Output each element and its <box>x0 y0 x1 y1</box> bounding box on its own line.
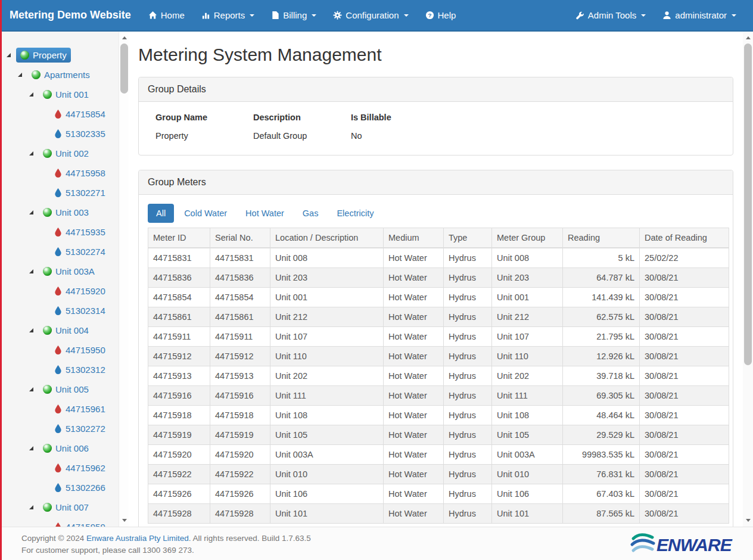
table-row[interactable]: 4471592244715922Unit 010Hot WaterHydrusU… <box>148 465 729 484</box>
tab-hot-water[interactable]: Hot Water <box>237 204 293 223</box>
sidebar-scroll-up-icon[interactable] <box>119 33 129 43</box>
tree-node-unit-001[interactable]: Unit 001 <box>39 87 93 102</box>
table-cell: Hot Water <box>384 248 444 268</box>
tab-all[interactable]: All <box>148 204 174 223</box>
table-cell: 67.403 kL <box>563 484 640 504</box>
tree-node-44715950[interactable]: 44715950 <box>50 343 110 357</box>
tree-toggle-icon[interactable] <box>29 328 33 332</box>
enware-link[interactable]: Enware Australia Pty Limited <box>86 534 189 543</box>
group-icon <box>43 149 52 158</box>
table-cell: Unit 001 <box>492 288 563 307</box>
table-row[interactable]: 4471591844715918Unit 108Hot WaterHydrusU… <box>148 406 729 425</box>
tree-node-apartments[interactable]: Apartments <box>27 67 94 82</box>
tree-node-51302272[interactable]: 51302272 <box>50 421 110 436</box>
tree-node-51302266[interactable]: 51302266 <box>50 480 110 495</box>
nav-item-admin-tools[interactable]: Admin Tools <box>567 0 654 30</box>
tree-row: 44715962 <box>2 458 129 478</box>
tree-row: 51302312 <box>2 360 129 379</box>
tree-node-51302312[interactable]: 51302312 <box>50 362 110 377</box>
tree-node-51302314[interactable]: 51302314 <box>50 303 110 318</box>
tab-cold-water[interactable]: Cold Water <box>176 204 235 223</box>
main-scroll-up-icon[interactable] <box>743 33 753 43</box>
hot-water-icon <box>54 405 62 413</box>
nav-item-billing[interactable]: Billing <box>263 0 325 30</box>
column-header-reading: Reading <box>563 228 640 248</box>
tree-toggle-icon[interactable] <box>29 269 33 273</box>
table-cell: 39.718 kL <box>563 366 640 386</box>
main-scrollbar[interactable] <box>743 32 753 527</box>
table-cell: 44715913 <box>210 366 270 386</box>
column-header-date-of-reading: Date of Reading <box>640 228 729 248</box>
medium-filter-tabs: AllCold WaterHot WaterGasElectricity <box>148 204 724 223</box>
cold-water-icon <box>54 188 62 197</box>
tree-toggle-icon[interactable] <box>29 151 33 155</box>
table-row[interactable]: 4471592044715920Unit 003AHot WaterHydrus… <box>148 445 729 465</box>
tree-toggle-icon[interactable] <box>29 92 33 97</box>
tree-node-property[interactable]: Property <box>16 48 71 63</box>
tree-node-51302274[interactable]: 51302274 <box>50 244 110 259</box>
hot-water-icon <box>54 346 62 354</box>
table-cell: Unit 001 <box>270 288 384 307</box>
table-row[interactable]: 4471592844715928Unit 101Hot WaterHydrusU… <box>148 504 729 524</box>
tree-toggle-icon[interactable] <box>29 505 33 509</box>
tree-node-unit-004[interactable]: Unit 004 <box>39 323 93 338</box>
table-cell: Unit 106 <box>492 484 563 504</box>
tree-toggle-icon[interactable] <box>29 387 33 391</box>
nav-item-reports[interactable]: Reports <box>193 0 263 30</box>
tree-node-unit-006[interactable]: Unit 006 <box>39 441 93 456</box>
sidebar-scroll-thumb[interactable] <box>120 43 128 94</box>
tree-node-unit-002[interactable]: Unit 002 <box>39 146 93 161</box>
enware-logo-text: ENWARE <box>656 535 733 555</box>
table-cell: 69.305 kL <box>563 386 640 406</box>
table-cell: Unit 008 <box>270 248 384 268</box>
main-scroll-thumb[interactable] <box>744 43 752 365</box>
copyright-suffix: . All rights reserved. Build 1.7.63.5 <box>189 534 311 543</box>
table-row[interactable]: 4471591244715912Unit 110Hot WaterHydrusU… <box>148 347 729 366</box>
tree-node-44715959[interactable]: 44715959 <box>50 519 110 527</box>
tab-gas[interactable]: Gas <box>294 204 327 223</box>
tree-toggle-icon[interactable] <box>29 210 33 214</box>
table-row[interactable]: 4471586144715861Unit 212Hot WaterHydrusU… <box>148 307 729 327</box>
tree-node-44715854[interactable]: 44715854 <box>50 107 110 122</box>
table-row[interactable]: 4471591944715919Unit 105Hot WaterHydrusU… <box>148 425 729 445</box>
column-header-meter-id: Meter ID <box>148 228 210 248</box>
tree-node-unit-003a[interactable]: Unit 003A <box>39 264 99 279</box>
table-cell: Hydrus <box>444 465 492 484</box>
table-row[interactable]: 4471583644715836Unit 203Hot WaterHydrusU… <box>148 268 729 288</box>
hot-water-icon <box>54 522 62 527</box>
main-scroll-down-icon[interactable] <box>743 515 753 525</box>
tree-toggle-icon[interactable] <box>29 446 33 450</box>
table-row[interactable]: 4471591644715916Unit 111Hot WaterHydrusU… <box>148 386 729 406</box>
tree-node-44715920[interactable]: 44715920 <box>50 284 110 298</box>
home-icon <box>148 11 157 20</box>
table-row[interactable]: 4471583144715831Unit 008Hot WaterHydrusU… <box>148 248 729 268</box>
tree-node-unit-007[interactable]: Unit 007 <box>39 500 93 515</box>
tree-toggle-icon[interactable] <box>18 73 22 77</box>
tree-toggle-icon[interactable] <box>7 53 11 57</box>
tree-node-51302271[interactable]: 51302271 <box>50 185 110 200</box>
tree-node-label: Unit 002 <box>55 148 89 158</box>
table-row[interactable]: 4471591144715911Unit 107Hot WaterHydrusU… <box>148 327 729 347</box>
sidebar-scroll-down-icon[interactable] <box>119 515 129 525</box>
cold-water-icon <box>54 365 62 374</box>
nav-item-administrator[interactable]: administrator <box>654 0 745 30</box>
table-row[interactable]: 4471592644715926Unit 106Hot WaterHydrusU… <box>148 484 729 504</box>
nav-item-configuration[interactable]: Configuration <box>325 0 416 30</box>
group-meters-heading: Group Meters <box>139 170 733 195</box>
table-cell: 30/08/21 <box>640 288 729 307</box>
table-row[interactable]: 4471591344715913Unit 202Hot WaterHydrusU… <box>148 366 729 386</box>
tree-node-44715961[interactable]: 44715961 <box>50 402 110 416</box>
tree-node-51302335[interactable]: 51302335 <box>50 126 110 141</box>
tree-node-unit-003[interactable]: Unit 003 <box>39 205 93 220</box>
sidebar-scrollbar[interactable] <box>119 32 129 527</box>
tab-electricity[interactable]: Electricity <box>328 204 382 223</box>
brand-link[interactable]: Metering Demo Website <box>2 0 140 30</box>
nav-item-home[interactable]: Home <box>140 0 193 30</box>
tree-node-unit-005[interactable]: Unit 005 <box>39 382 93 397</box>
tree-node-44715935[interactable]: 44715935 <box>50 225 110 239</box>
tree-node-label: 51302271 <box>66 188 105 198</box>
table-row[interactable]: 4471585444715854Unit 001Hot WaterHydrusU… <box>148 288 729 307</box>
tree-node-44715962[interactable]: 44715962 <box>50 461 110 475</box>
nav-item-help[interactable]: ?Help <box>417 0 465 30</box>
tree-node-44715958[interactable]: 44715958 <box>50 166 110 181</box>
